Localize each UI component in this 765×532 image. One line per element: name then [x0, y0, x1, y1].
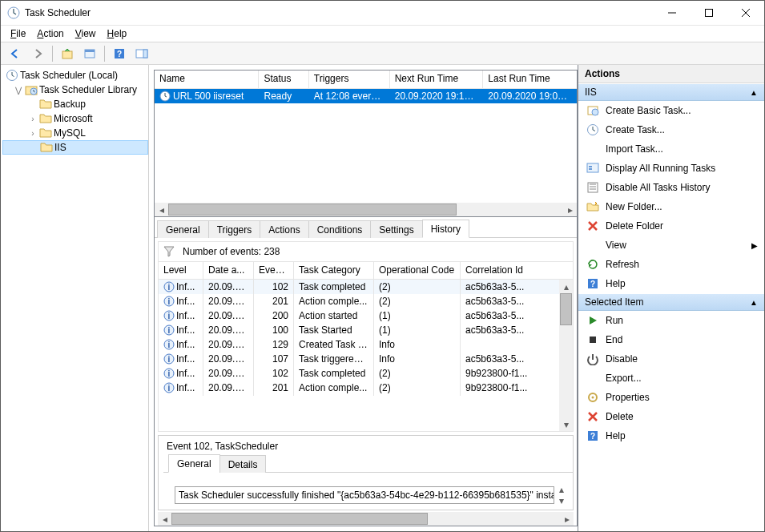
- show-hide-pane-button[interactable]: [132, 45, 151, 62]
- actions-pane: Actions IIS ▲ Create Basic Task...Create…: [578, 65, 764, 531]
- actions-group-selected[interactable]: Selected Item ▲: [578, 293, 764, 311]
- event-row[interactable]: iInf...20.09.2...102Task completed(2)9b9…: [159, 366, 573, 381]
- tree-root[interactable]: Task Scheduler (Local): [2, 68, 148, 83]
- collapse-icon[interactable]: ▲: [750, 298, 758, 307]
- tab-actions[interactable]: Actions: [260, 220, 308, 238]
- help-button[interactable]: ?: [110, 45, 129, 62]
- menu-help[interactable]: Help: [103, 27, 132, 40]
- event-list[interactable]: iInf...20.09.2...102Task completed(2)ac5…: [158, 280, 574, 432]
- up-button[interactable]: [58, 45, 77, 62]
- action-disable-all-tasks-history[interactable]: Disable All Tasks History: [578, 178, 764, 197]
- scroll-down-icon[interactable]: ▾: [559, 417, 573, 431]
- folder-icon: [39, 112, 52, 125]
- vscrollbar[interactable]: ▴ ▾: [559, 280, 573, 431]
- action-properties[interactable]: Properties: [578, 388, 764, 407]
- tree-folder-mysql[interactable]: ›MySQL: [2, 126, 148, 140]
- action-icon: ?: [586, 277, 599, 290]
- scroll-thumb[interactable]: [168, 204, 457, 216]
- action-export[interactable]: Export...: [578, 369, 764, 388]
- expander-icon[interactable]: ›: [28, 129, 38, 138]
- action-refresh[interactable]: Refresh: [578, 255, 764, 274]
- scroll-up-icon[interactable]: ▴: [559, 484, 564, 495]
- scroll-up-icon[interactable]: ▴: [559, 280, 573, 293]
- action-display-all-running-tasks[interactable]: Display All Running Tasks: [578, 159, 764, 178]
- funnel-icon[interactable]: [163, 246, 175, 257]
- action-create-task[interactable]: Create Task...: [578, 120, 764, 139]
- col-name[interactable]: Name: [155, 71, 259, 88]
- scroll-thumb[interactable]: [560, 293, 572, 325]
- action-delete-folder[interactable]: Delete Folder: [578, 216, 764, 236]
- col-opcode[interactable]: Operational Code: [374, 262, 461, 279]
- back-button[interactable]: [6, 45, 25, 62]
- event-row[interactable]: iInf...20.09.2...201Action comple...(2)9…: [159, 381, 573, 395]
- action-icon: [586, 220, 599, 232]
- event-message[interactable]: Task Scheduler successfully finished "{a…: [175, 486, 554, 504]
- menu-view[interactable]: View: [70, 27, 101, 40]
- col-status[interactable]: Status: [259, 71, 308, 88]
- menu-file[interactable]: File: [6, 27, 30, 40]
- task-list-body[interactable]: URL 500 iisresetReadyAt 12:08 every ...2…: [155, 89, 577, 203]
- forward-button[interactable]: [28, 45, 47, 62]
- col-correlation[interactable]: Correlation Id: [461, 262, 547, 279]
- tab-conditions[interactable]: Conditions: [308, 220, 372, 238]
- minimize-button[interactable]: [654, 1, 691, 25]
- scroll-left-icon[interactable]: ◂: [158, 512, 171, 526]
- hscrollbar[interactable]: ◂ ▸: [158, 512, 574, 526]
- event-row[interactable]: iInf...20.09.2...129Created Task P...Inf…: [159, 337, 573, 352]
- event-row[interactable]: iInf...20.09.2...107Task triggered ...In…: [159, 352, 573, 366]
- action-icon: [586, 123, 599, 136]
- action-create-basic-task[interactable]: Create Basic Task...: [578, 101, 764, 120]
- actions-group-folder[interactable]: IIS ▲: [578, 83, 764, 101]
- event-tab-details[interactable]: Details: [219, 455, 267, 473]
- expander-icon[interactable]: ›: [28, 115, 38, 123]
- col-last-run[interactable]: Last Run Time: [483, 71, 577, 88]
- tree-folder-label: IIS: [54, 142, 66, 153]
- action-end[interactable]: End: [578, 330, 764, 349]
- action-label: Run: [606, 315, 758, 326]
- svg-text:i: i: [168, 283, 171, 292]
- task-row[interactable]: URL 500 iisresetReadyAt 12:08 every ...2…: [155, 89, 577, 103]
- maximize-button[interactable]: [691, 1, 727, 25]
- collapse-icon[interactable]: ▲: [750, 88, 758, 97]
- action-help[interactable]: ?Help: [578, 274, 764, 293]
- task-list[interactable]: Name Status Triggers Next Run Time Last …: [155, 71, 577, 216]
- tree-folder-microsoft[interactable]: ›Microsoft: [2, 111, 148, 126]
- close-button[interactable]: [727, 1, 764, 25]
- action-run[interactable]: Run: [578, 311, 764, 330]
- tree-library[interactable]: ⋁ Task Scheduler Library: [2, 83, 148, 97]
- scroll-down-icon[interactable]: ▾: [559, 495, 564, 506]
- action-disable[interactable]: Disable: [578, 349, 764, 369]
- scroll-left-icon[interactable]: ◂: [155, 203, 168, 216]
- tab-triggers[interactable]: Triggers: [208, 220, 261, 238]
- action-new-folder[interactable]: New Folder...: [578, 197, 764, 216]
- action-help[interactable]: ?Help: [578, 426, 764, 445]
- action-import-task[interactable]: Import Task...: [578, 139, 764, 159]
- scroll-right-icon[interactable]: ▸: [560, 512, 574, 526]
- hscrollbar[interactable]: ◂ ▸: [155, 203, 577, 216]
- nav-tree[interactable]: Task Scheduler (Local) ⋁ Task Scheduler …: [1, 65, 149, 531]
- event-tab-general[interactable]: General: [168, 454, 220, 473]
- tab-settings[interactable]: Settings: [370, 220, 422, 238]
- scroll-thumb[interactable]: [171, 513, 428, 525]
- tree-folder-iis[interactable]: IIS: [2, 140, 148, 155]
- expander-icon[interactable]: ⋁: [14, 86, 23, 95]
- tree-folder-backup[interactable]: Backup: [2, 97, 148, 111]
- col-date[interactable]: Date a...: [203, 262, 254, 279]
- col-next-run[interactable]: Next Run Time: [390, 71, 484, 88]
- tab-history[interactable]: History: [422, 220, 469, 238]
- event-row[interactable]: iInf...20.09.2...201Action comple...(2)a…: [159, 294, 573, 308]
- scroll-right-icon[interactable]: ▸: [563, 203, 577, 216]
- event-row[interactable]: iInf...20.09.2...102Task completed(2)ac5…: [159, 280, 573, 294]
- tab-general[interactable]: General: [157, 220, 209, 238]
- event-row[interactable]: iInf...20.09.2...200Action started(1)ac5…: [159, 308, 573, 323]
- menu-action[interactable]: Action: [32, 27, 68, 40]
- event-row[interactable]: iInf...20.09.2...100Task Started(1)ac5b6…: [159, 323, 573, 337]
- col-level[interactable]: Level: [159, 262, 203, 279]
- action-delete[interactable]: Delete: [578, 407, 764, 426]
- action-view[interactable]: View▶: [578, 236, 764, 255]
- col-event-id[interactable]: Event...: [254, 262, 294, 279]
- col-triggers[interactable]: Triggers: [309, 71, 390, 88]
- col-category[interactable]: Task Category: [294, 262, 374, 279]
- properties-button[interactable]: [80, 45, 99, 62]
- title-bar: Task Scheduler: [1, 1, 764, 26]
